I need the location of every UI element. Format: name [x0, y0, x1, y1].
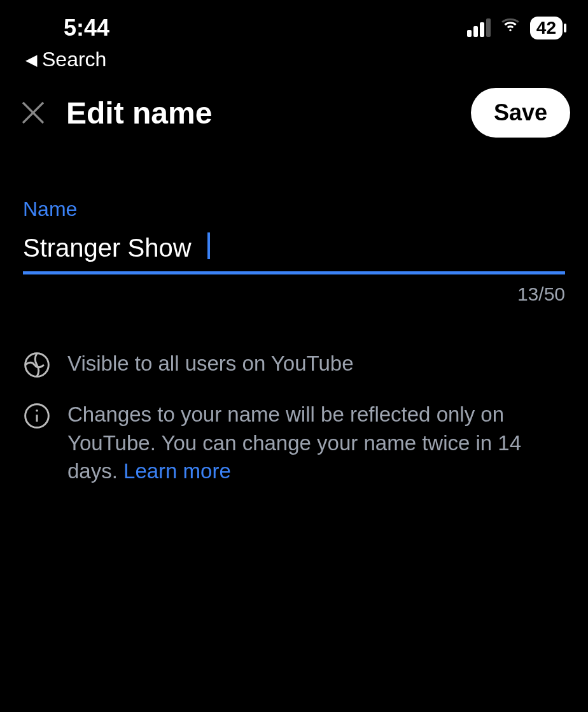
name-field-label: Name — [23, 197, 565, 221]
info-icon — [23, 402, 51, 430]
learn-more-link[interactable]: Learn more — [123, 459, 231, 483]
svg-point-5 — [36, 409, 38, 412]
save-button[interactable]: Save — [471, 88, 570, 138]
visibility-row: Visible to all users on YouTube — [23, 350, 565, 379]
svg-point-0 — [509, 29, 511, 31]
changes-text: Changes to your name will be reflected o… — [67, 401, 565, 486]
name-input[interactable] — [23, 230, 565, 274]
info-section: Visible to all users on YouTube Changes … — [0, 350, 588, 486]
cellular-icon — [467, 18, 491, 37]
globe-icon — [23, 351, 51, 379]
back-caret-icon: ◀ — [25, 51, 37, 69]
character-counter: 13/50 — [23, 283, 565, 305]
status-time: 5:44 — [64, 15, 109, 41]
page-title: Edit name — [66, 96, 212, 131]
text-cursor — [207, 232, 210, 259]
battery-indicator: 42 — [530, 17, 563, 39]
visibility-text: Visible to all users on YouTube — [67, 350, 353, 379]
wifi-icon — [500, 14, 521, 41]
back-label: Search — [42, 48, 106, 71]
changes-row: Changes to your name will be reflected o… — [23, 401, 565, 486]
status-right: 42 — [467, 14, 563, 41]
close-button[interactable] — [18, 97, 48, 128]
back-to-search[interactable]: ◀ Search — [0, 45, 588, 82]
status-bar: 5:44 42 — [0, 0, 588, 45]
name-form: Name 13/50 — [0, 153, 588, 305]
page-header: Edit name Save — [0, 82, 588, 153]
